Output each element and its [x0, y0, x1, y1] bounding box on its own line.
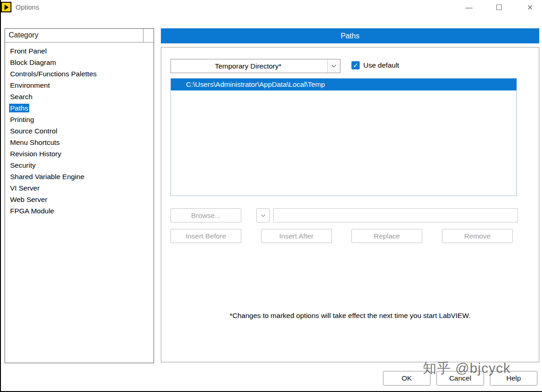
category-item-block-diagram[interactable]: Block Diagram [5, 57, 154, 68]
category-item-revision-history[interactable]: Revision History [5, 148, 154, 159]
category-item-controls-functions-palettes[interactable]: Controls/Functions Palettes [5, 68, 154, 79]
category-item-web-server[interactable]: Web Server [5, 194, 154, 205]
chevron-down-icon[interactable] [327, 59, 340, 73]
checkbox-checked-icon[interactable]: ✓ [351, 61, 360, 69]
help-button[interactable]: Help [490, 371, 537, 386]
category-item-fpga-module[interactable]: FPGA Module [5, 205, 154, 217]
category-list: Front Panel Block Diagram Controls/Funct… [5, 42, 154, 217]
paths-section-header: Paths [161, 28, 539, 43]
close-button[interactable]: ✕ [523, 2, 537, 13]
ok-button[interactable]: OK [383, 371, 430, 386]
use-default-label: Use default [363, 61, 399, 69]
new-path-input[interactable] [273, 208, 518, 222]
replace-button[interactable]: Replace [351, 229, 422, 243]
labview-app-icon [1, 2, 11, 12]
window-title: Options [16, 3, 39, 11]
category-item-security[interactable]: Security [5, 159, 154, 171]
path-listbox[interactable]: C:\Users\Administrator\AppData\Local\Tem… [170, 78, 517, 196]
paths-content-panel: Temporary Directory* ✓ Use default C:\Us… [161, 47, 539, 362]
insert-after-button[interactable]: Insert After [261, 229, 332, 243]
maximize-icon [496, 5, 502, 10]
category-panel-header: Category [5, 29, 154, 42]
path-format-dropdown[interactable] [256, 208, 270, 222]
path-list-item[interactable]: C:\Users\Administrator\AppData\Local\Tem… [171, 79, 516, 90]
chevron-down-icon [261, 214, 266, 217]
remove-button[interactable]: Remove [442, 229, 513, 243]
title-bar: Options — ✕ [0, 0, 542, 15]
category-item-vi-server[interactable]: VI Server [5, 182, 154, 194]
path-type-dropdown-value: Temporary Directory* [171, 59, 325, 73]
maximize-button[interactable] [492, 2, 506, 13]
minimize-button[interactable]: — [462, 2, 476, 13]
browse-button[interactable]: Browse... [170, 208, 241, 222]
use-default-checkbox[interactable]: ✓ Use default [351, 61, 399, 69]
category-item-menu-shortcuts[interactable]: Menu Shortcuts [5, 137, 154, 148]
category-item-paths[interactable]: Paths [5, 102, 154, 114]
category-item-shared-variable-engine[interactable]: Shared Variable Engine [5, 171, 154, 182]
category-item-search[interactable]: Search [5, 91, 154, 102]
insert-before-button[interactable]: Insert Before [170, 229, 241, 243]
restart-note: *Changes to marked options will take eff… [161, 312, 539, 320]
category-item-environment[interactable]: Environment [5, 79, 154, 91]
category-item-source-control[interactable]: Source Control [5, 125, 154, 137]
category-item-front-panel[interactable]: Front Panel [5, 45, 154, 57]
cancel-button[interactable]: Cancel [436, 371, 484, 386]
category-item-printing[interactable]: Printing [5, 114, 154, 125]
category-panel: Category Front Panel Block Diagram Contr… [5, 28, 154, 363]
path-type-dropdown[interactable]: Temporary Directory* [170, 59, 340, 73]
